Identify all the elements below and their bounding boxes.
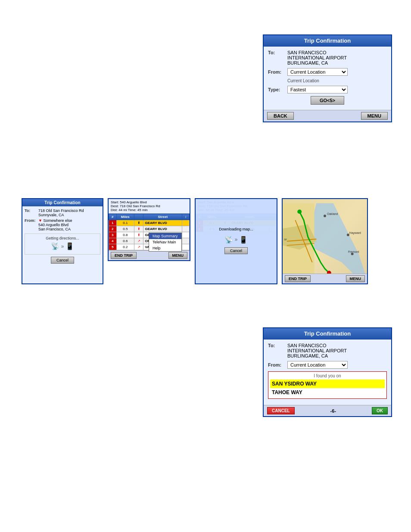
antenna-icon: 📡 — [51, 242, 59, 250]
phone-icon: 📱 — [65, 242, 74, 250]
trip-confirm-dialog-bottom: Trip Confirmation To: SAN FRANCISCOINTER… — [263, 327, 392, 417]
map-end-trip-btn[interactable]: END TRIP — [285, 275, 311, 282]
arrows-icon-p3: » — [235, 236, 238, 243]
panel-getting-directions: Trip Confirmation To: 718 Old San Franci… — [22, 198, 103, 284]
col-street: Street — [143, 214, 182, 220]
panel1-title: Trip Confirmation — [22, 199, 103, 206]
panel2-start: Start: 540 Arguello Blvd — [111, 200, 147, 204]
svg-point-4 — [297, 210, 302, 214]
panel1-cancel-btn[interactable]: Cancel — [51, 257, 74, 264]
type-select-top[interactable]: Fastest — [287, 86, 348, 93]
panel1-to-label: To: — [25, 208, 38, 217]
arrows-icon: » — [61, 243, 64, 249]
type-label-top: Type: — [268, 87, 287, 92]
trip-confirm-dialog-top: Trip Confirmation To: SAN FRANCISCOINTER… — [263, 34, 392, 122]
table-row[interactable]: 1 0.1 ⬆ GEARY BLVD — [109, 220, 190, 226]
panel1-from-value: ▼ Somewhere else540 Arguello BlvdSan Fra… — [38, 218, 72, 231]
location-option-1[interactable]: SAN YSIDRO WAY — [270, 380, 385, 388]
panel1-from-label: From: — [25, 218, 38, 231]
back-button-top[interactable]: BACK — [267, 112, 294, 120]
col-num: # — [109, 214, 117, 220]
to-value-bottom: SAN FRANCISCOINTERNATIONAL AIRPORTBURLIN… — [287, 343, 387, 358]
location-option-2[interactable]: TAHOE WAY — [270, 388, 385, 397]
map-background: Oakland Hayward Fremont SF — [283, 199, 367, 283]
from-sublabel-top: Current Location — [287, 78, 387, 83]
to-label-top: To: — [268, 50, 287, 55]
col-turn — [134, 214, 143, 220]
panel2-dist: Dist: 44 mi Time: 45 min — [111, 208, 148, 212]
from-label-bottom: From: — [268, 362, 287, 367]
svg-text:Hayward: Hayward — [349, 231, 361, 235]
col-miles: Miles — [116, 214, 134, 220]
from-select-bottom[interactable]: Current Location — [287, 361, 348, 369]
svg-text:SF: SF — [284, 238, 287, 241]
dialog-title-bottom: Trip Confirmation — [264, 328, 391, 339]
menu-button-top[interactable]: MENU — [361, 112, 388, 120]
downloading-status: Downloading map... — [219, 227, 253, 231]
context-menu-item-telenav-main[interactable]: TeleNav Main — [149, 239, 181, 245]
panel2-menu-btn[interactable]: MENU — [168, 252, 188, 259]
map-footer: END TRIP MENU — [283, 274, 367, 283]
from-label-top: From: — [268, 69, 287, 75]
panel-downloading: Start: 540 Arguello Blvd Dest: 718 Old S… — [195, 198, 277, 284]
table-row[interactable]: 2 0.5 ⬆ GEARY BLVD — [109, 226, 190, 232]
map-svg: Oakland Hayward Fremont SF — [283, 199, 367, 283]
panels-row: Trip Confirmation To: 718 Old San Franci… — [22, 198, 368, 284]
panel2-end-trip-btn[interactable]: END TRIP — [111, 252, 137, 259]
page-indicator: -6- — [330, 408, 336, 414]
panel3-cancel-btn[interactable]: Cancel — [224, 247, 248, 254]
svg-text:Fremont: Fremont — [348, 250, 359, 253]
downloading-overlay: Downloading map... 📡 » 📱 Cancel — [196, 199, 277, 283]
antenna-icon-p3: 📡 — [224, 236, 233, 244]
svg-text:Oakland: Oakland — [327, 212, 338, 215]
ok-button-bottom[interactable]: OK — [372, 407, 388, 414]
panel-map: Oakland Hayward Fremont SF END TRIP MENU — [282, 198, 368, 284]
dialog-title-top: Trip Confirmation — [264, 35, 391, 47]
location-found-box: I found you on SAN YSIDRO WAY TAHOE WAY — [268, 371, 387, 399]
to-label-bottom: To: — [268, 343, 287, 348]
svg-point-6 — [324, 215, 326, 217]
context-menu-item-map-summary[interactable]: Map Summary — [149, 233, 181, 239]
cancel-button-bottom[interactable]: CANCEL — [267, 407, 295, 414]
to-value-top: SAN FRANCISCOINTERNATIONAL AIRPORTBURLIN… — [287, 50, 387, 65]
panel-nav-directions: Start: 540 Arguello Blvd Dest: 718 Old S… — [108, 198, 190, 284]
go-button-top[interactable]: GO<5> — [311, 96, 344, 105]
panel2-dest: Dest: 718 Old San Francisco Rd — [111, 204, 160, 208]
panel1-to-value: 718 Old San Francisco RdSunnyvale, CA — [38, 208, 84, 217]
context-menu-item-help[interactable]: Help — [149, 245, 181, 251]
panel1-status: Getting directions... — [46, 236, 79, 240]
found-label: I found you on — [270, 373, 385, 378]
context-menu: Map Summary TeleNav Main Help — [149, 233, 182, 252]
panel2-header: Start: 540 Arguello Blvd Dest: 718 Old S… — [109, 199, 190, 214]
phone-icon-p3: 📱 — [239, 236, 248, 244]
from-select-top[interactable]: Current Location — [287, 68, 348, 76]
map-menu-btn[interactable]: MENU — [346, 275, 365, 282]
col-scroll: ↕ — [182, 214, 190, 220]
